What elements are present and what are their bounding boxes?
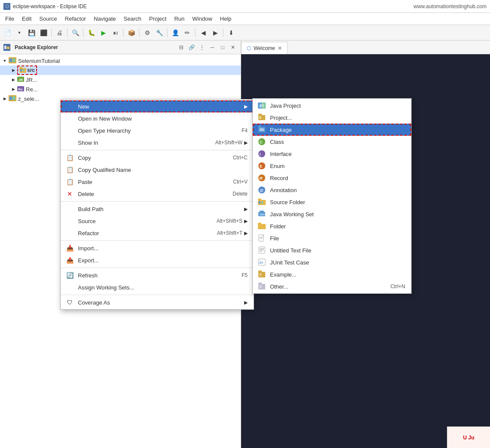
toolbar-search[interactable]: 🔍 <box>70 27 81 38</box>
ctx-item-copy-qualified[interactable]: 📋 Copy Qualified Name <box>61 164 254 176</box>
svg-text:J: J <box>259 105 261 108</box>
sub-item-enum[interactable]: E Enum <box>253 160 411 172</box>
toolbar-nav-fwd[interactable]: ▶ <box>210 27 221 38</box>
sub-item-example[interactable]: Example... <box>253 268 411 280</box>
toolbar-sep4 <box>123 28 124 37</box>
ctx-label-build-path: Build Path <box>78 206 103 212</box>
ctx-label-import: Import... <box>78 245 99 252</box>
toolbar-nav1[interactable]: 📦 <box>126 27 137 38</box>
sub-label-annotation: Annotation <box>270 187 297 193</box>
tree-item-src[interactable]: ▶ src <box>0 65 241 75</box>
menu-project[interactable]: Project <box>146 14 170 23</box>
expand-arrow-selenium: ▼ <box>2 58 8 64</box>
menu-source[interactable]: Source <box>36 14 60 23</box>
toolbar-person[interactable]: 👤 <box>170 27 181 38</box>
ctx-item-assign-working-sets[interactable]: Assign Working Sets... <box>61 281 254 293</box>
toolbar-run2[interactable]: ⏯ <box>110 27 121 38</box>
menu-edit[interactable]: Edit <box>19 14 35 23</box>
toolbar-action2[interactable]: 🔧 <box>154 27 165 38</box>
ctx-item-open-window[interactable]: Open in New Window <box>61 112 254 124</box>
ctx-item-paste[interactable]: 📋 Paste Ctrl+V <box>61 176 254 188</box>
panel-menu[interactable]: ⋮ <box>198 43 206 52</box>
ctx-item-copy[interactable]: 📋 Copy Ctrl+C <box>61 152 254 164</box>
sub-item-java-project[interactable]: J Java Project <box>253 100 411 112</box>
svg-rect-61 <box>260 285 261 288</box>
toolbar-save[interactable]: 💾 <box>26 27 37 38</box>
sub-icon-project <box>257 113 267 122</box>
panel-link[interactable]: 🔗 <box>187 43 196 52</box>
sub-item-package[interactable]: Package <box>253 124 411 136</box>
ctx-item-delete[interactable]: ✕ Delete Delete <box>61 188 254 200</box>
toolbar-run[interactable]: ▶ <box>98 27 109 38</box>
sub-item-folder[interactable]: Folder <box>253 220 411 232</box>
tree-item-selenium-tutorial[interactable]: ▼ SeleniumTutorial <box>0 56 241 65</box>
toolbar-print[interactable]: 🖨 <box>54 27 65 38</box>
svg-text:Re: Re <box>18 87 23 91</box>
junit-panel-hint: U Ju <box>447 426 490 448</box>
ctx-shortcut-delete: Delete <box>233 191 248 197</box>
tab-welcome-close[interactable]: ✕ <box>278 45 282 51</box>
sub-item-record[interactable]: R Record <box>253 172 411 184</box>
svg-rect-5 <box>12 59 16 62</box>
ctx-shortcut-showin: Alt+Shift+W <box>215 140 242 146</box>
toolbar-save-all[interactable]: ⬛ <box>38 27 49 38</box>
menu-window[interactable]: Window <box>189 14 216 23</box>
ctx-item-build-path[interactable]: Build Path ▶ <box>61 203 254 215</box>
sub-item-java-working-set[interactable]: Java Java Working Set <box>253 208 411 220</box>
toolbar-bug[interactable]: 🐛 <box>86 27 97 38</box>
menu-refactor[interactable]: Refactor <box>62 14 90 23</box>
menu-navigate[interactable]: Navigate <box>90 14 119 23</box>
svg-rect-26 <box>258 126 261 128</box>
ctx-item-source[interactable]: Source Alt+Shift+S ▶ <box>61 215 254 227</box>
ctx-shortcut-refactor: Alt+Shift+T <box>217 230 242 236</box>
menu-run[interactable]: Run <box>171 14 188 23</box>
ctx-sep5 <box>61 295 254 295</box>
sub-item-source-folder[interactable]: Source Folder <box>253 196 411 208</box>
toolbar-next[interactable]: ⬇ <box>226 27 237 38</box>
toolbar-pencil[interactable]: ✏ <box>182 27 193 38</box>
sub-item-annotation[interactable]: @ Annotation <box>253 184 411 196</box>
svg-rect-56 <box>258 272 265 277</box>
svg-text:Java: Java <box>260 213 266 216</box>
tab-welcome[interactable]: ⬡ Welcome ✕ <box>241 42 288 54</box>
panel-maximize[interactable]: □ <box>218 43 227 52</box>
panel-minimize[interactable]: ─ <box>208 43 217 52</box>
ctx-item-import[interactable]: 📥 Import... <box>61 242 254 254</box>
sub-label-junit: JUnit Test Case <box>270 259 309 266</box>
tree-item-jre[interactable]: ▶ JR JR... <box>0 75 241 84</box>
ctx-item-refactor[interactable]: Refactor Alt+Shift+T ▶ <box>61 227 254 239</box>
ctx-label-show-in: Show In <box>78 140 98 146</box>
sub-item-untitled-text[interactable]: Untitled Text File <box>253 244 411 256</box>
sub-item-other[interactable]: Other... Ctrl+N <box>253 280 411 292</box>
toolbar-dropdown[interactable]: ▼ <box>14 27 25 38</box>
sub-item-junit[interactable]: JU JUnit Test Case <box>253 256 411 268</box>
sub-item-file[interactable]: File <box>253 232 411 244</box>
ctx-item-show-in[interactable]: Show In Alt+Shift+W ▶ <box>61 137 254 149</box>
panel-close[interactable]: ✕ <box>229 43 237 52</box>
svg-rect-15 <box>9 96 12 100</box>
toolbar-action1[interactable]: ⚙ <box>142 27 153 38</box>
ctx-item-coverage[interactable]: 🛡 Coverage As ▶ <box>61 296 254 308</box>
export-icon: 📤 <box>65 255 74 265</box>
tree-item-ref[interactable]: ▶ Re Re... <box>0 84 241 94</box>
menu-file[interactable]: File <box>2 14 18 23</box>
ctx-item-new[interactable]: New ▶ <box>61 100 254 112</box>
sub-item-project[interactable]: Project... <box>253 112 411 124</box>
sub-icon-example <box>257 270 267 279</box>
paste-icon: 📋 <box>65 177 74 187</box>
toolbar-new[interactable]: 📄 <box>2 27 13 38</box>
menu-help[interactable]: Help <box>217 14 235 23</box>
panel-collapse-all[interactable]: ⊟ <box>177 43 186 52</box>
sub-item-interface[interactable]: I Interface <box>253 148 411 160</box>
ctx-sep4 <box>61 268 254 268</box>
ctx-arrow-new: ▶ <box>244 104 248 109</box>
ctx-item-export[interactable]: 📤 Export... <box>61 254 254 266</box>
sub-icon-working-set: Java <box>257 209 267 219</box>
sub-item-class[interactable]: C Class <box>253 136 411 148</box>
sub-icon-class: C <box>257 137 267 146</box>
ctx-item-refresh[interactable]: 🔄 Refresh F5 <box>61 269 254 281</box>
svg-rect-59 <box>258 284 265 289</box>
menu-search[interactable]: Search <box>120 14 145 23</box>
toolbar-nav-back[interactable]: ◀ <box>198 27 209 38</box>
ctx-item-open-hierarchy[interactable]: Open Type Hierarchy F4 <box>61 124 254 137</box>
